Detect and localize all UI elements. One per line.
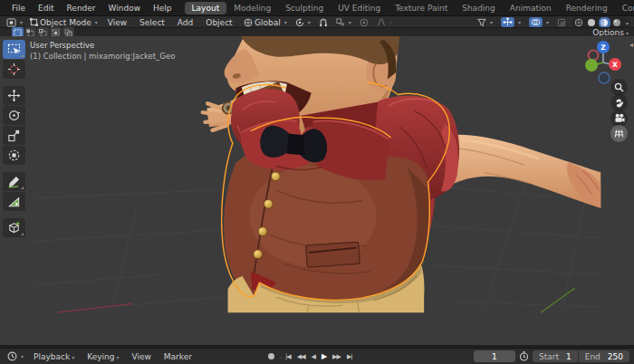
tool-annotate[interactable] (3, 172, 25, 191)
menu-render[interactable]: Render (62, 2, 101, 14)
pivot-point-selector[interactable] (293, 18, 313, 27)
tab-shading[interactable]: Shading (455, 2, 503, 14)
gizmo-axis-neg-z (599, 72, 610, 83)
end-frame-value: 250 (608, 352, 623, 361)
cursor-tool-icon (7, 62, 21, 76)
wireframe-shading-icon (574, 18, 583, 27)
snap-target-selector[interactable] (333, 18, 354, 27)
tab-compositing[interactable]: Compositing (615, 2, 634, 14)
viewport-header: Object Mode View Select Add Object Globa… (0, 15, 634, 27)
sidebar-toggle-arrow[interactable]: ◂ (629, 41, 633, 49)
tool-measure[interactable] (3, 192, 25, 211)
select-box-icon (7, 43, 21, 56)
use-preview-range-icon[interactable] (519, 351, 529, 361)
gizmo-z-label: Z (600, 43, 606, 52)
toolbar (3, 40, 25, 238)
toggle-perspective-button[interactable] (610, 125, 628, 142)
menu-file[interactable]: File (6, 2, 31, 14)
end-frame-label: End (585, 352, 600, 361)
filter-funnel-icon (477, 18, 486, 27)
menu-window[interactable]: Window (103, 2, 147, 14)
overlays-icon (531, 17, 541, 27)
add-cube-tool-icon (7, 221, 21, 235)
orientation-label: Global (255, 18, 281, 27)
start-frame-field[interactable]: Start 1 (533, 350, 578, 362)
transform-tool-icon (7, 148, 21, 162)
overlays-toggle[interactable] (526, 17, 552, 27)
axis-y-line (541, 288, 575, 312)
play-button[interactable]: ▶ (319, 351, 329, 361)
snap-toggle[interactable] (316, 18, 331, 27)
pivot-point-icon (295, 18, 304, 27)
menu-edit[interactable]: Edit (33, 2, 59, 14)
tab-rendering[interactable]: Rendering (559, 2, 615, 14)
tool-rotate[interactable] (3, 106, 25, 125)
tab-modeling[interactable]: Modeling (226, 2, 278, 14)
transport-controls: |◀ ◀◀ ◀ ▶ ▶▶ ▶| (268, 351, 355, 361)
shading-rendered-button[interactable] (611, 17, 623, 28)
editor-type-button[interactable] (4, 18, 25, 27)
rotate-tool-icon (7, 109, 21, 122)
snap-increment-icon (336, 18, 345, 27)
tab-animation[interactable]: Animation (503, 2, 559, 14)
tool-transform[interactable] (3, 146, 25, 165)
next-keyframe-button[interactable]: ▶▶ (330, 352, 343, 361)
menu-help[interactable]: Help (148, 2, 178, 14)
end-frame-field[interactable]: End 250 (579, 350, 629, 362)
tool-scale[interactable] (3, 126, 25, 145)
tool-move[interactable] (3, 86, 25, 105)
auto-keying-record-button[interactable] (268, 353, 274, 359)
shading-solid-button[interactable] (586, 17, 598, 28)
play-reverse-button[interactable]: ◀ (309, 352, 318, 361)
proportional-falloff-selector[interactable] (374, 18, 395, 26)
tab-uv-editing[interactable]: UV Editing (331, 2, 388, 14)
timeline-editor-type-button[interactable] (5, 351, 26, 361)
annotate-tool-icon (7, 175, 21, 188)
tab-layout[interactable]: Layout (185, 2, 227, 14)
scale-tool-icon (7, 129, 21, 142)
tab-texture-paint[interactable]: Texture Paint (388, 2, 455, 14)
topbar: File Edit Render Window Help Layout Mode… (0, 0, 634, 15)
menu-keying[interactable]: Keying (82, 350, 124, 363)
proportional-editing-toggle[interactable] (357, 18, 371, 27)
ortho-grid-icon (614, 129, 624, 139)
orientation-global-icon (244, 18, 253, 27)
mode-label: Object Mode (40, 18, 91, 27)
start-frame-label: Start (539, 352, 559, 361)
menu-playback[interactable]: Playback (28, 350, 80, 363)
move-tool-icon (7, 89, 21, 102)
mode-selector[interactable]: Object Mode (27, 18, 101, 27)
transform-orientation-selector[interactable]: Global (241, 18, 290, 27)
playback-label: Playback (34, 352, 70, 361)
gizmos-toggle[interactable] (498, 17, 524, 27)
tool-add-cube[interactable] (3, 218, 25, 237)
tool-select-box[interactable] (3, 40, 25, 59)
solid-shading-icon (587, 18, 596, 27)
previous-keyframe-button[interactable]: ◀◀ (294, 352, 308, 361)
jump-to-end-button[interactable]: ▶| (344, 352, 355, 361)
tab-sculpting[interactable]: Sculpting (278, 2, 331, 14)
menu-marker[interactable]: Marker (158, 350, 197, 363)
magnet-icon (319, 18, 328, 27)
current-frame-field[interactable]: 1 (474, 350, 515, 362)
measure-tool-icon (7, 195, 21, 208)
xray-toggle[interactable] (554, 18, 569, 27)
object-mode-icon (30, 18, 38, 26)
keying-label: Keying (87, 352, 114, 361)
start-frame-value: 1 (566, 352, 572, 361)
menu-timeline-view[interactable]: View (126, 350, 156, 363)
shading-material-preview-button[interactable] (599, 17, 610, 28)
jump-to-start-button[interactable]: |◀ (283, 352, 293, 361)
object-type-visibility[interactable] (475, 18, 495, 27)
keying-set-chevron[interactable] (277, 352, 282, 361)
viewport-3d[interactable]: User Perspective (1) Collection | mixamo… (0, 36, 634, 345)
camera-icon (614, 113, 625, 123)
tool-settings-bar: Options (0, 27, 634, 36)
editor-3d-viewport-icon (6, 18, 16, 27)
hand-icon (614, 98, 624, 108)
tool-cursor[interactable] (3, 60, 25, 79)
rendered-shading-icon (612, 18, 621, 27)
shading-wireframe-button[interactable] (573, 17, 585, 28)
shading-dropdown-chevron[interactable] (624, 18, 629, 27)
gizmo-x-label: X (612, 61, 618, 69)
